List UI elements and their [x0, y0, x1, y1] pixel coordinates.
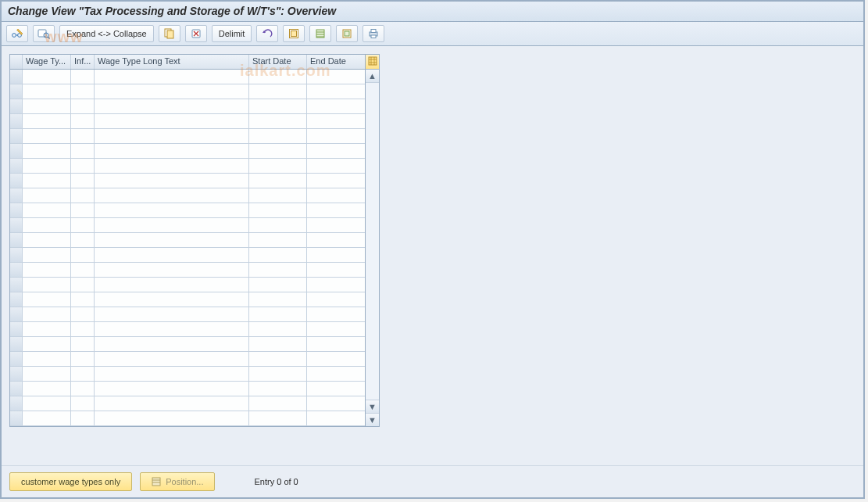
- cell-long-text[interactable]: [95, 278, 249, 292]
- row-selector[interactable]: [10, 159, 23, 173]
- row-selector[interactable]: [10, 396, 23, 411]
- cell-start-date[interactable]: [249, 159, 307, 173]
- cell-inf[interactable]: [71, 188, 95, 203]
- cell-end-date[interactable]: [307, 129, 365, 143]
- cell-inf[interactable]: [71, 322, 95, 336]
- table-row[interactable]: [10, 188, 365, 203]
- cell-long-text[interactable]: [95, 248, 249, 262]
- cell-inf[interactable]: [71, 307, 95, 321]
- cell-long-text[interactable]: [95, 367, 249, 381]
- cell-long-text[interactable]: [95, 396, 249, 411]
- cell-long-text[interactable]: [95, 203, 249, 217]
- row-selector[interactable]: [10, 263, 23, 277]
- cell-wage-type[interactable]: [23, 129, 71, 143]
- cell-wage-type[interactable]: [23, 396, 71, 411]
- cell-long-text[interactable]: [95, 337, 249, 351]
- row-selector-header[interactable]: [10, 55, 23, 69]
- cell-long-text[interactable]: [95, 411, 249, 425]
- cell-long-text[interactable]: [95, 114, 249, 128]
- cell-start-date[interactable]: [249, 248, 307, 262]
- scroll-track[interactable]: [366, 83, 379, 400]
- cell-wage-type[interactable]: [23, 322, 71, 336]
- cell-wage-type[interactable]: [23, 174, 71, 188]
- row-selector[interactable]: [10, 352, 23, 366]
- cell-end-date[interactable]: [307, 99, 365, 113]
- table-row[interactable]: [10, 159, 365, 174]
- cell-end-date[interactable]: [307, 159, 365, 173]
- table-row[interactable]: [10, 99, 365, 114]
- cell-wage-type[interactable]: [23, 218, 71, 232]
- table-row[interactable]: [10, 278, 365, 292]
- row-selector[interactable]: [10, 144, 23, 158]
- table-row[interactable]: [10, 218, 365, 233]
- cell-wage-type[interactable]: [23, 233, 71, 247]
- row-selector[interactable]: [10, 278, 23, 292]
- cell-end-date[interactable]: [307, 307, 365, 321]
- col-header-inf[interactable]: Inf...: [71, 55, 95, 69]
- cell-end-date[interactable]: [307, 188, 365, 203]
- cell-start-date[interactable]: [249, 396, 307, 411]
- cell-long-text[interactable]: [95, 84, 249, 99]
- cell-long-text[interactable]: [95, 218, 249, 232]
- row-selector[interactable]: [10, 84, 23, 99]
- cell-start-date[interactable]: [249, 322, 307, 336]
- col-header-start-date[interactable]: Start Date: [249, 55, 307, 69]
- cell-end-date[interactable]: [307, 396, 365, 411]
- cell-long-text[interactable]: [95, 292, 249, 307]
- cell-start-date[interactable]: [249, 84, 307, 99]
- cell-wage-type[interactable]: [23, 367, 71, 381]
- cell-start-date[interactable]: [249, 367, 307, 381]
- cell-long-text[interactable]: [95, 233, 249, 247]
- cell-wage-type[interactable]: [23, 292, 71, 307]
- cell-wage-type[interactable]: [23, 278, 71, 292]
- table-row[interactable]: [10, 70, 365, 84]
- cell-start-date[interactable]: [249, 99, 307, 113]
- table-row[interactable]: [10, 337, 365, 352]
- cell-start-date[interactable]: [249, 70, 307, 84]
- cell-start-date[interactable]: [249, 144, 307, 158]
- print-button[interactable]: [363, 25, 384, 42]
- cell-wage-type[interactable]: [23, 114, 71, 128]
- cell-end-date[interactable]: [307, 203, 365, 217]
- cell-end-date[interactable]: [307, 382, 365, 396]
- select-block-button[interactable]: [309, 25, 331, 42]
- row-selector[interactable]: [10, 129, 23, 143]
- cell-start-date[interactable]: [249, 307, 307, 321]
- cell-end-date[interactable]: [307, 218, 365, 232]
- cell-end-date[interactable]: [307, 337, 365, 351]
- cell-start-date[interactable]: [249, 233, 307, 247]
- row-selector[interactable]: [10, 248, 23, 262]
- cell-inf[interactable]: [71, 352, 95, 366]
- table-row[interactable]: [10, 367, 365, 382]
- cell-inf[interactable]: [71, 233, 95, 247]
- col-header-end-date[interactable]: End Date: [307, 55, 365, 69]
- delete-button[interactable]: [185, 25, 207, 42]
- cell-inf[interactable]: [71, 263, 95, 277]
- select-all-button[interactable]: [283, 25, 305, 42]
- table-row[interactable]: [10, 411, 365, 426]
- cell-wage-type[interactable]: [23, 70, 71, 84]
- cell-start-date[interactable]: [249, 188, 307, 203]
- table-row[interactable]: [10, 352, 365, 367]
- cell-inf[interactable]: [71, 203, 95, 217]
- cell-long-text[interactable]: [95, 70, 249, 84]
- cell-start-date[interactable]: [249, 203, 307, 217]
- table-row[interactable]: [10, 114, 365, 129]
- row-selector[interactable]: [10, 218, 23, 232]
- row-selector[interactable]: [10, 411, 23, 425]
- cell-inf[interactable]: [71, 382, 95, 396]
- cell-wage-type[interactable]: [23, 411, 71, 425]
- cell-inf[interactable]: [71, 248, 95, 262]
- table-row[interactable]: [10, 263, 365, 278]
- cell-wage-type[interactable]: [23, 144, 71, 158]
- cell-end-date[interactable]: [307, 114, 365, 128]
- table-row[interactable]: [10, 382, 365, 396]
- cell-start-date[interactable]: [249, 114, 307, 128]
- cell-end-date[interactable]: [307, 70, 365, 84]
- table-row[interactable]: [10, 322, 365, 337]
- cell-start-date[interactable]: [249, 292, 307, 307]
- row-selector[interactable]: [10, 70, 23, 84]
- row-selector[interactable]: [10, 114, 23, 128]
- col-header-wage-type[interactable]: Wage Ty...: [23, 55, 71, 69]
- cell-long-text[interactable]: [95, 99, 249, 113]
